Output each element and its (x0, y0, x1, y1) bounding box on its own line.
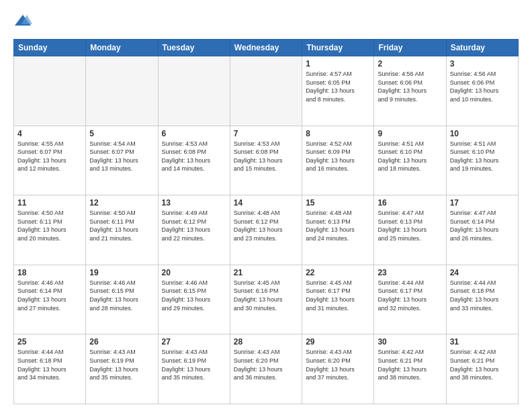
calendar-table: SundayMondayTuesdayWednesdayThursdayFrid… (13, 39, 519, 404)
day-cell: 4Sunrise: 4:55 AM Sunset: 6:07 PM Daylig… (14, 126, 86, 195)
week-row-3: 18Sunrise: 4:46 AM Sunset: 6:14 PM Dayli… (14, 265, 519, 334)
day-number: 4 (17, 129, 82, 138)
day-info: Sunrise: 4:48 AM Sunset: 6:13 PM Dayligh… (306, 209, 370, 242)
day-cell: 1Sunrise: 4:57 AM Sunset: 6:05 PM Daylig… (302, 56, 374, 126)
day-cell: 12Sunrise: 4:50 AM Sunset: 6:11 PM Dayli… (86, 195, 158, 265)
week-row-1: 4Sunrise: 4:55 AM Sunset: 6:07 PM Daylig… (14, 126, 519, 195)
day-cell (86, 56, 158, 126)
day-number: 15 (306, 198, 370, 208)
day-info: Sunrise: 4:56 AM Sunset: 6:06 PM Dayligh… (450, 70, 515, 103)
day-info: Sunrise: 4:44 AM Sunset: 6:17 PM Dayligh… (378, 279, 442, 312)
day-info: Sunrise: 4:55 AM Sunset: 6:07 PM Dayligh… (17, 140, 82, 173)
day-info: Sunrise: 4:50 AM Sunset: 6:11 PM Dayligh… (17, 209, 82, 242)
day-cell: 19Sunrise: 4:46 AM Sunset: 6:15 PM Dayli… (86, 265, 158, 334)
day-info: Sunrise: 4:50 AM Sunset: 6:11 PM Dayligh… (89, 209, 154, 242)
day-number: 29 (306, 337, 370, 347)
day-info: Sunrise: 4:54 AM Sunset: 6:07 PM Dayligh… (89, 140, 154, 173)
day-cell: 9Sunrise: 4:51 AM Sunset: 6:10 PM Daylig… (374, 126, 446, 195)
day-number: 19 (89, 268, 154, 277)
day-number: 23 (378, 268, 442, 277)
day-number: 14 (234, 198, 298, 208)
day-number: 3 (450, 59, 515, 68)
day-cell: 8Sunrise: 4:52 AM Sunset: 6:09 PM Daylig… (302, 126, 374, 195)
day-cell: 24Sunrise: 4:44 AM Sunset: 6:18 PM Dayli… (446, 265, 518, 334)
day-cell: 15Sunrise: 4:48 AM Sunset: 6:13 PM Dayli… (302, 195, 374, 265)
day-number: 31 (450, 337, 515, 347)
day-number: 7 (234, 129, 298, 138)
day-number: 24 (450, 268, 515, 277)
week-row-2: 11Sunrise: 4:50 AM Sunset: 6:11 PM Dayli… (14, 195, 519, 265)
day-cell: 6Sunrise: 4:53 AM Sunset: 6:08 PM Daylig… (158, 126, 230, 195)
day-info: Sunrise: 4:52 AM Sunset: 6:09 PM Dayligh… (306, 140, 370, 173)
day-info: Sunrise: 4:53 AM Sunset: 6:08 PM Dayligh… (162, 140, 226, 173)
day-number: 13 (162, 198, 226, 208)
day-info: Sunrise: 4:43 AM Sunset: 6:20 PM Dayligh… (234, 348, 298, 381)
day-info: Sunrise: 4:46 AM Sunset: 6:15 PM Dayligh… (162, 279, 226, 312)
header (13, 12, 519, 31)
day-info: Sunrise: 4:43 AM Sunset: 6:19 PM Dayligh… (89, 348, 154, 381)
day-info: Sunrise: 4:51 AM Sunset: 6:10 PM Dayligh… (450, 140, 515, 173)
col-header-monday: Monday (86, 40, 158, 56)
day-info: Sunrise: 4:48 AM Sunset: 6:12 PM Dayligh… (234, 209, 298, 242)
day-cell: 23Sunrise: 4:44 AM Sunset: 6:17 PM Dayli… (374, 265, 446, 334)
day-cell (230, 56, 302, 126)
day-number: 18 (17, 268, 82, 277)
col-header-tuesday: Tuesday (158, 40, 230, 56)
day-cell: 10Sunrise: 4:51 AM Sunset: 6:10 PM Dayli… (446, 126, 518, 195)
day-number: 6 (162, 129, 226, 138)
day-cell: 17Sunrise: 4:47 AM Sunset: 6:14 PM Dayli… (446, 195, 518, 265)
day-info: Sunrise: 4:46 AM Sunset: 6:15 PM Dayligh… (89, 279, 154, 312)
day-cell: 20Sunrise: 4:46 AM Sunset: 6:15 PM Dayli… (158, 265, 230, 334)
day-info: Sunrise: 4:47 AM Sunset: 6:14 PM Dayligh… (450, 209, 515, 242)
day-info: Sunrise: 4:45 AM Sunset: 6:16 PM Dayligh… (234, 279, 298, 312)
day-number: 22 (306, 268, 370, 277)
day-info: Sunrise: 4:42 AM Sunset: 6:21 PM Dayligh… (450, 348, 515, 381)
day-number: 11 (17, 198, 82, 208)
col-header-friday: Friday (374, 40, 446, 56)
week-row-0: 1Sunrise: 4:57 AM Sunset: 6:05 PM Daylig… (14, 56, 519, 126)
day-info: Sunrise: 4:49 AM Sunset: 6:12 PM Dayligh… (162, 209, 226, 242)
day-cell: 25Sunrise: 4:44 AM Sunset: 6:18 PM Dayli… (14, 334, 86, 404)
day-info: Sunrise: 4:45 AM Sunset: 6:17 PM Dayligh… (306, 279, 370, 312)
day-number: 27 (162, 337, 226, 347)
day-cell: 2Sunrise: 4:56 AM Sunset: 6:06 PM Daylig… (374, 56, 446, 126)
day-cell (14, 56, 86, 126)
logo (13, 12, 35, 31)
day-cell: 31Sunrise: 4:42 AM Sunset: 6:21 PM Dayli… (446, 334, 518, 404)
day-number: 5 (89, 129, 154, 138)
day-cell: 13Sunrise: 4:49 AM Sunset: 6:12 PM Dayli… (158, 195, 230, 265)
day-cell: 16Sunrise: 4:47 AM Sunset: 6:13 PM Dayli… (374, 195, 446, 265)
week-row-4: 25Sunrise: 4:44 AM Sunset: 6:18 PM Dayli… (14, 334, 519, 404)
day-cell: 30Sunrise: 4:42 AM Sunset: 6:21 PM Dayli… (374, 334, 446, 404)
day-info: Sunrise: 4:46 AM Sunset: 6:14 PM Dayligh… (17, 279, 82, 312)
day-cell (158, 56, 230, 126)
day-cell: 18Sunrise: 4:46 AM Sunset: 6:14 PM Dayli… (14, 265, 86, 334)
day-cell: 5Sunrise: 4:54 AM Sunset: 6:07 PM Daylig… (86, 126, 158, 195)
day-info: Sunrise: 4:44 AM Sunset: 6:18 PM Dayligh… (450, 279, 515, 312)
day-number: 8 (306, 129, 370, 138)
day-number: 2 (378, 59, 442, 68)
day-number: 12 (89, 198, 154, 208)
day-info: Sunrise: 4:43 AM Sunset: 6:20 PM Dayligh… (306, 348, 370, 381)
day-info: Sunrise: 4:56 AM Sunset: 6:06 PM Dayligh… (378, 70, 442, 103)
col-header-saturday: Saturday (446, 40, 518, 56)
day-number: 28 (234, 337, 298, 347)
day-number: 30 (378, 337, 442, 347)
day-number: 25 (17, 337, 82, 347)
day-cell: 26Sunrise: 4:43 AM Sunset: 6:19 PM Dayli… (86, 334, 158, 404)
day-cell: 29Sunrise: 4:43 AM Sunset: 6:20 PM Dayli… (302, 334, 374, 404)
col-header-wednesday: Wednesday (230, 40, 302, 56)
day-number: 16 (378, 198, 442, 208)
col-header-sunday: Sunday (14, 40, 86, 56)
day-cell: 14Sunrise: 4:48 AM Sunset: 6:12 PM Dayli… (230, 195, 302, 265)
day-number: 21 (234, 268, 298, 277)
page: SundayMondayTuesdayWednesdayThursdayFrid… (0, 0, 532, 411)
day-cell: 7Sunrise: 4:53 AM Sunset: 6:08 PM Daylig… (230, 126, 302, 195)
day-cell: 28Sunrise: 4:43 AM Sunset: 6:20 PM Dayli… (230, 334, 302, 404)
day-number: 26 (89, 337, 154, 347)
day-number: 9 (378, 129, 442, 138)
day-cell: 3Sunrise: 4:56 AM Sunset: 6:06 PM Daylig… (446, 56, 518, 126)
day-cell: 27Sunrise: 4:43 AM Sunset: 6:19 PM Dayli… (158, 334, 230, 404)
day-cell: 21Sunrise: 4:45 AM Sunset: 6:16 PM Dayli… (230, 265, 302, 334)
day-number: 20 (162, 268, 226, 277)
